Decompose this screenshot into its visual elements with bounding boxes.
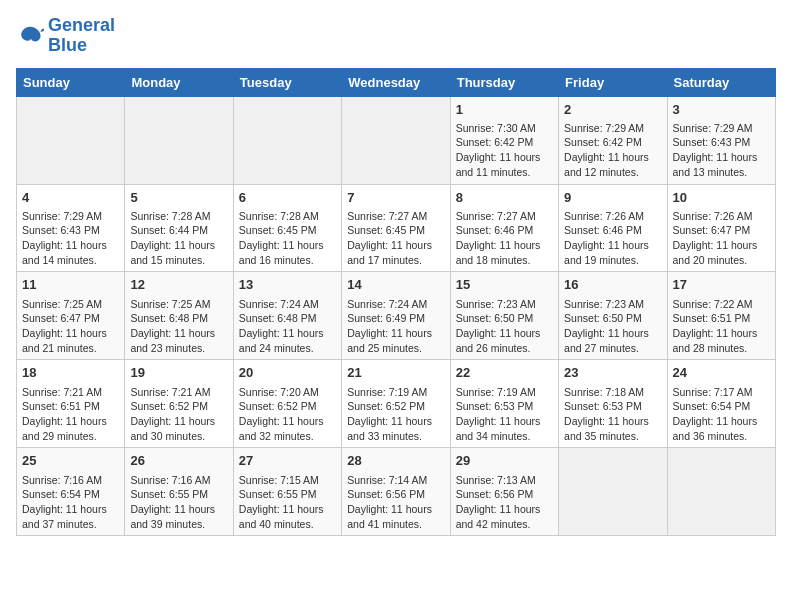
day-number: 23: [564, 364, 661, 382]
day-number: 10: [673, 189, 770, 207]
logo-text: General Blue: [48, 16, 115, 56]
day-cell: 14Sunrise: 7:24 AMSunset: 6:49 PMDayligh…: [342, 272, 450, 360]
day-cell: 4Sunrise: 7:29 AMSunset: 6:43 PMDaylight…: [17, 184, 125, 272]
day-cell: 10Sunrise: 7:26 AMSunset: 6:47 PMDayligh…: [667, 184, 775, 272]
week-row-4: 25Sunrise: 7:16 AMSunset: 6:54 PMDayligh…: [17, 448, 776, 536]
logo: General Blue: [16, 16, 115, 56]
day-cell: [559, 448, 667, 536]
day-cell: 2Sunrise: 7:29 AMSunset: 6:42 PMDaylight…: [559, 96, 667, 184]
day-number: 26: [130, 452, 227, 470]
day-cell: 26Sunrise: 7:16 AMSunset: 6:55 PMDayligh…: [125, 448, 233, 536]
day-cell: [233, 96, 341, 184]
day-number: 3: [673, 101, 770, 119]
day-cell: 23Sunrise: 7:18 AMSunset: 6:53 PMDayligh…: [559, 360, 667, 448]
day-number: 6: [239, 189, 336, 207]
day-cell: 25Sunrise: 7:16 AMSunset: 6:54 PMDayligh…: [17, 448, 125, 536]
day-number: 8: [456, 189, 553, 207]
day-cell: 17Sunrise: 7:22 AMSunset: 6:51 PMDayligh…: [667, 272, 775, 360]
day-cell: 28Sunrise: 7:14 AMSunset: 6:56 PMDayligh…: [342, 448, 450, 536]
day-number: 27: [239, 452, 336, 470]
day-cell: 20Sunrise: 7:20 AMSunset: 6:52 PMDayligh…: [233, 360, 341, 448]
week-row-2: 11Sunrise: 7:25 AMSunset: 6:47 PMDayligh…: [17, 272, 776, 360]
day-number: 29: [456, 452, 553, 470]
header-cell-tuesday: Tuesday: [233, 68, 341, 96]
day-cell: 27Sunrise: 7:15 AMSunset: 6:55 PMDayligh…: [233, 448, 341, 536]
page-header: General Blue: [16, 16, 776, 56]
day-number: 7: [347, 189, 444, 207]
day-info: Sunrise: 7:19 AMSunset: 6:52 PMDaylight:…: [347, 385, 444, 444]
day-info: Sunrise: 7:28 AMSunset: 6:44 PMDaylight:…: [130, 209, 227, 268]
day-cell: 11Sunrise: 7:25 AMSunset: 6:47 PMDayligh…: [17, 272, 125, 360]
day-info: Sunrise: 7:21 AMSunset: 6:52 PMDaylight:…: [130, 385, 227, 444]
day-info: Sunrise: 7:16 AMSunset: 6:55 PMDaylight:…: [130, 473, 227, 532]
day-number: 9: [564, 189, 661, 207]
day-number: 15: [456, 276, 553, 294]
day-info: Sunrise: 7:24 AMSunset: 6:49 PMDaylight:…: [347, 297, 444, 356]
header-cell-saturday: Saturday: [667, 68, 775, 96]
day-info: Sunrise: 7:20 AMSunset: 6:52 PMDaylight:…: [239, 385, 336, 444]
day-number: 18: [22, 364, 119, 382]
day-cell: 6Sunrise: 7:28 AMSunset: 6:45 PMDaylight…: [233, 184, 341, 272]
day-info: Sunrise: 7:13 AMSunset: 6:56 PMDaylight:…: [456, 473, 553, 532]
day-cell: 9Sunrise: 7:26 AMSunset: 6:46 PMDaylight…: [559, 184, 667, 272]
day-number: 16: [564, 276, 661, 294]
day-info: Sunrise: 7:15 AMSunset: 6:55 PMDaylight:…: [239, 473, 336, 532]
day-info: Sunrise: 7:18 AMSunset: 6:53 PMDaylight:…: [564, 385, 661, 444]
day-info: Sunrise: 7:22 AMSunset: 6:51 PMDaylight:…: [673, 297, 770, 356]
day-cell: 22Sunrise: 7:19 AMSunset: 6:53 PMDayligh…: [450, 360, 558, 448]
day-info: Sunrise: 7:16 AMSunset: 6:54 PMDaylight:…: [22, 473, 119, 532]
header-cell-monday: Monday: [125, 68, 233, 96]
day-cell: 18Sunrise: 7:21 AMSunset: 6:51 PMDayligh…: [17, 360, 125, 448]
day-cell: 21Sunrise: 7:19 AMSunset: 6:52 PMDayligh…: [342, 360, 450, 448]
day-info: Sunrise: 7:27 AMSunset: 6:45 PMDaylight:…: [347, 209, 444, 268]
header-row: SundayMondayTuesdayWednesdayThursdayFrid…: [17, 68, 776, 96]
day-number: 17: [673, 276, 770, 294]
day-info: Sunrise: 7:14 AMSunset: 6:56 PMDaylight:…: [347, 473, 444, 532]
day-info: Sunrise: 7:23 AMSunset: 6:50 PMDaylight:…: [456, 297, 553, 356]
week-row-1: 4Sunrise: 7:29 AMSunset: 6:43 PMDaylight…: [17, 184, 776, 272]
calendar-table: SundayMondayTuesdayWednesdayThursdayFrid…: [16, 68, 776, 537]
day-number: 11: [22, 276, 119, 294]
header-cell-thursday: Thursday: [450, 68, 558, 96]
week-row-0: 1Sunrise: 7:30 AMSunset: 6:42 PMDaylight…: [17, 96, 776, 184]
header-cell-friday: Friday: [559, 68, 667, 96]
day-cell: 16Sunrise: 7:23 AMSunset: 6:50 PMDayligh…: [559, 272, 667, 360]
day-cell: [125, 96, 233, 184]
day-cell: 5Sunrise: 7:28 AMSunset: 6:44 PMDaylight…: [125, 184, 233, 272]
logo-bird-icon: [16, 22, 44, 50]
day-number: 24: [673, 364, 770, 382]
day-cell: [342, 96, 450, 184]
day-cell: 24Sunrise: 7:17 AMSunset: 6:54 PMDayligh…: [667, 360, 775, 448]
day-cell: [667, 448, 775, 536]
day-info: Sunrise: 7:21 AMSunset: 6:51 PMDaylight:…: [22, 385, 119, 444]
week-row-3: 18Sunrise: 7:21 AMSunset: 6:51 PMDayligh…: [17, 360, 776, 448]
day-info: Sunrise: 7:25 AMSunset: 6:48 PMDaylight:…: [130, 297, 227, 356]
day-cell: 8Sunrise: 7:27 AMSunset: 6:46 PMDaylight…: [450, 184, 558, 272]
day-cell: 13Sunrise: 7:24 AMSunset: 6:48 PMDayligh…: [233, 272, 341, 360]
day-info: Sunrise: 7:25 AMSunset: 6:47 PMDaylight:…: [22, 297, 119, 356]
day-number: 14: [347, 276, 444, 294]
header-cell-sunday: Sunday: [17, 68, 125, 96]
day-info: Sunrise: 7:17 AMSunset: 6:54 PMDaylight:…: [673, 385, 770, 444]
day-number: 19: [130, 364, 227, 382]
day-number: 25: [22, 452, 119, 470]
day-cell: 7Sunrise: 7:27 AMSunset: 6:45 PMDaylight…: [342, 184, 450, 272]
day-info: Sunrise: 7:23 AMSunset: 6:50 PMDaylight:…: [564, 297, 661, 356]
day-cell: 29Sunrise: 7:13 AMSunset: 6:56 PMDayligh…: [450, 448, 558, 536]
day-cell: 3Sunrise: 7:29 AMSunset: 6:43 PMDaylight…: [667, 96, 775, 184]
day-cell: [17, 96, 125, 184]
day-number: 20: [239, 364, 336, 382]
day-cell: 12Sunrise: 7:25 AMSunset: 6:48 PMDayligh…: [125, 272, 233, 360]
day-number: 4: [22, 189, 119, 207]
day-info: Sunrise: 7:24 AMSunset: 6:48 PMDaylight:…: [239, 297, 336, 356]
day-number: 1: [456, 101, 553, 119]
day-number: 21: [347, 364, 444, 382]
day-info: Sunrise: 7:27 AMSunset: 6:46 PMDaylight:…: [456, 209, 553, 268]
day-info: Sunrise: 7:29 AMSunset: 6:42 PMDaylight:…: [564, 121, 661, 180]
day-info: Sunrise: 7:28 AMSunset: 6:45 PMDaylight:…: [239, 209, 336, 268]
day-number: 12: [130, 276, 227, 294]
header-cell-wednesday: Wednesday: [342, 68, 450, 96]
day-info: Sunrise: 7:19 AMSunset: 6:53 PMDaylight:…: [456, 385, 553, 444]
calendar-header: SundayMondayTuesdayWednesdayThursdayFrid…: [17, 68, 776, 96]
day-number: 22: [456, 364, 553, 382]
